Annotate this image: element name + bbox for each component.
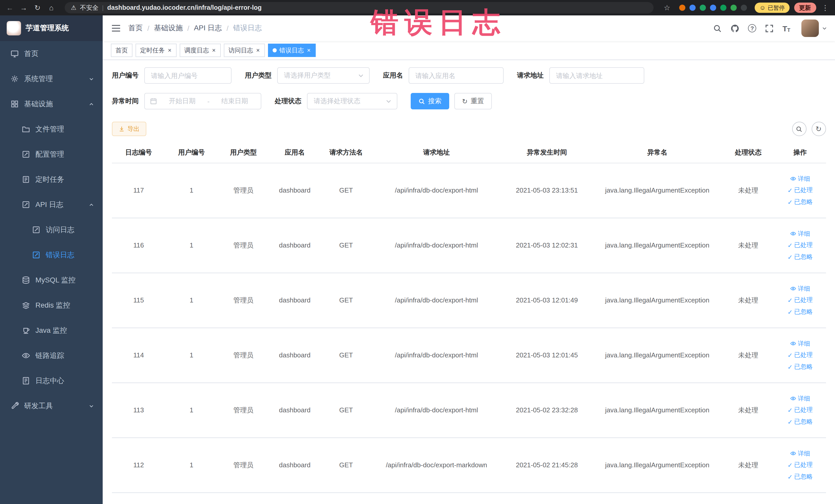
export-button[interactable]: 导出 — [112, 122, 146, 136]
detail-link[interactable]: 详细 — [774, 228, 826, 239]
close-icon[interactable]: × — [306, 47, 311, 54]
sidebar-item-scheduled-tasks[interactable]: 定时任务 — [0, 167, 103, 192]
tab-error-logs[interactable]: 错误日志 × — [268, 44, 316, 57]
wrench-icon — [10, 402, 19, 410]
check-icon: ✓ — [788, 404, 793, 416]
coffee-cup-icon — [22, 326, 30, 335]
breadcrumb-home[interactable]: 首页 — [128, 24, 143, 33]
user-id-input[interactable] — [144, 67, 231, 84]
search-button[interactable]: 搜索 — [411, 93, 449, 109]
detail-link[interactable]: 详细 — [774, 392, 826, 404]
reset-button[interactable]: ↻ 重置 — [454, 93, 492, 109]
cell-request-url: /api/infra/db-doc/export-markdown — [372, 438, 501, 492]
close-icon[interactable]: × — [167, 47, 172, 54]
sidebar-item-config-management[interactable]: 配置管理 — [0, 142, 103, 167]
sidebar-item-java-monitor[interactable]: Java 监控 — [0, 318, 103, 343]
detail-link[interactable]: 详细 — [774, 447, 826, 459]
check-icon: ✓ — [788, 361, 793, 372]
extension-icon[interactable] — [741, 5, 747, 11]
tab-scheduled-tasks[interactable]: 定时任务 × — [136, 44, 177, 57]
chevron-down-icon — [358, 73, 364, 79]
mark-ignored-link[interactable]: ✓已忽略 — [774, 471, 826, 482]
refresh-icon: ↻ — [462, 97, 468, 105]
mark-ignored-link[interactable]: ✓已忽略 — [774, 251, 826, 263]
sidebar-item-label: 错误日志 — [46, 250, 75, 260]
mark-processed-link[interactable]: ✓已处理 — [774, 404, 826, 416]
extension-icon[interactable] — [679, 5, 685, 11]
warning-icon: ⚠ — [71, 4, 77, 11]
sidebar-item-system-management[interactable]: 系统管理 — [0, 66, 103, 92]
fullscreen-icon[interactable] — [765, 24, 774, 33]
detail-link[interactable]: 详细 — [774, 283, 826, 294]
sidebar-item-mysql-monitor[interactable]: MySQL 监控 — [0, 267, 103, 293]
cell-process-status: 未处理 — [722, 163, 774, 218]
close-icon[interactable]: × — [256, 47, 260, 54]
search-toggle-button[interactable] — [792, 122, 806, 136]
close-icon[interactable]: × — [211, 47, 216, 54]
mark-ignored-link[interactable]: ✓已忽略 — [774, 306, 826, 318]
gear-icon — [10, 75, 19, 83]
sidebar-item-home[interactable]: 首页 — [0, 41, 103, 66]
sidebar-item-api-logs[interactable]: API 日志 — [0, 192, 103, 217]
detail-link[interactable]: 详细 — [774, 173, 826, 184]
header-icons: ? TT — [713, 20, 827, 37]
extension-icon[interactable] — [690, 5, 696, 11]
home-icon[interactable]: ⌂ — [47, 4, 56, 11]
sidebar-item-dev-tools[interactable]: 研发工具 — [0, 394, 103, 419]
sidebar-item-error-logs[interactable]: 错误日志 — [0, 242, 103, 267]
sidebar-item-access-logs[interactable]: 访问日志 — [0, 217, 103, 242]
collapse-sidebar-icon[interactable] — [111, 23, 121, 33]
sidebar-item-infrastructure[interactable]: 基础设施 — [0, 92, 103, 117]
browser-menu-icon[interactable]: ⋮ — [821, 4, 830, 12]
mark-processed-link[interactable]: ✓已处理 — [774, 349, 826, 361]
paused-extension-badge[interactable]: ☺ 已暂停 — [755, 3, 789, 13]
forward-icon[interactable]: → — [19, 4, 28, 11]
address-bar[interactable]: ⚠ 不安全 | dashboard.yudao.iocoder.cn/infra… — [65, 2, 653, 13]
tab-schedule-logs[interactable]: 调度日志 × — [180, 44, 221, 57]
extension-icon[interactable] — [710, 5, 716, 11]
date-range-picker[interactable]: 开始日期 - 结束日期 — [144, 93, 261, 109]
back-icon[interactable]: ← — [5, 4, 14, 11]
breadcrumb-api-logs[interactable]: API 日志 — [194, 24, 222, 33]
mark-ignored-link[interactable]: ✓已忽略 — [774, 196, 826, 208]
col-user-type: 用户类型 — [218, 142, 269, 163]
sidebar-item-redis-monitor[interactable]: Redis 监控 — [0, 293, 103, 318]
col-log-id: 日志编号 — [112, 142, 165, 163]
mark-ignored-link[interactable]: ✓已忽略 — [774, 416, 826, 427]
font-size-icon[interactable]: TT — [782, 24, 790, 33]
mark-ignored-link[interactable]: ✓已忽略 — [774, 361, 826, 372]
document-icon — [22, 377, 30, 385]
user-type-select[interactable]: 请选择用户类型 — [277, 67, 370, 84]
process-status-select[interactable]: 请选择处理状态 — [307, 93, 398, 109]
mark-processed-link[interactable]: ✓已处理 — [774, 294, 826, 306]
app-logo[interactable]: 芋道管理系统 — [0, 15, 103, 41]
user-menu[interactable] — [801, 20, 827, 37]
extension-icon[interactable] — [700, 5, 706, 11]
github-icon[interactable] — [731, 24, 739, 33]
cell-user-id: 1 — [165, 438, 218, 492]
mark-processed-link[interactable]: ✓已处理 — [774, 239, 826, 251]
mark-processed-link[interactable]: ✓已处理 — [774, 459, 826, 471]
cell-exception-time: 2021-05-03 23:13:51 — [501, 163, 592, 218]
update-button[interactable]: 更新 — [794, 3, 816, 13]
tab-home[interactable]: 首页 — [111, 44, 133, 57]
sidebar-item-log-center[interactable]: 日志中心 — [0, 368, 103, 394]
tab-access-logs[interactable]: 访问日志 × — [224, 44, 265, 57]
search-icon[interactable] — [713, 24, 722, 33]
extension-icon[interactable] — [720, 5, 727, 11]
sidebar-item-file-management[interactable]: 文件管理 — [0, 117, 103, 142]
sidebar-item-label: API 日志 — [36, 200, 63, 209]
app-name-input[interactable] — [409, 67, 504, 84]
reload-icon[interactable]: ↻ — [33, 4, 42, 11]
bookmark-star-icon[interactable]: ☆ — [662, 4, 672, 11]
detail-link[interactable]: 详细 — [774, 338, 826, 349]
request-url-input[interactable] — [549, 67, 644, 84]
mark-processed-link[interactable]: ✓已处理 — [774, 184, 826, 196]
tabs-bar: 首页 定时任务 × 调度日志 × 访问日志 × 错误日志 × — [103, 41, 835, 60]
breadcrumb-infrastructure[interactable]: 基础设施 — [154, 24, 183, 33]
refresh-button[interactable]: ↻ — [811, 122, 826, 136]
sidebar-item-trace[interactable]: 链路追踪 — [0, 343, 103, 368]
help-icon[interactable]: ? — [748, 24, 756, 32]
filter-exception-time: 异常时间 开始日期 - 结束日期 — [112, 93, 261, 109]
extension-icon[interactable] — [731, 5, 737, 11]
